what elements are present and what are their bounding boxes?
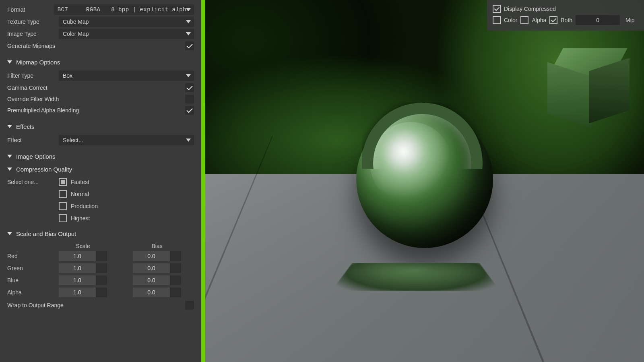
section-title: Compression Quality [16,166,72,173]
bias-slider[interactable] [170,275,181,285]
quality-radio-normal[interactable]: Normal [59,189,98,199]
image-type-label: Image Type [7,31,59,37]
scale-slider[interactable] [96,288,107,297]
scale-slider[interactable] [96,263,107,273]
chevron-down-icon [7,125,12,128]
generate-mipmaps-checkbox[interactable] [185,41,194,50]
radio-label: Highest [71,215,90,221]
format-value: BC7 RGBA 8 bpp | explicit alpha [58,6,190,13]
quality-radio-highest[interactable]: Highest [59,213,98,223]
chevron-down-icon [7,155,12,158]
channel-row-red: Red1.00.0 [7,250,194,262]
radio-label: Fastest [71,179,89,185]
radio-box [59,178,67,186]
image-type-value: Color Map [63,31,89,37]
scale-bias-header[interactable]: Scale and Bias Output [7,229,194,238]
chevron-down-icon [186,32,191,35]
preview-viewport[interactable]: Display Compressed Color Alpha Both 0 Mi… [205,0,644,362]
channel-label: Alpha [7,289,59,296]
scale-input[interactable]: 1.0 [59,263,96,273]
splitter-handle[interactable] [201,0,205,362]
radio-box [59,190,67,198]
both-checkbox[interactable] [549,16,557,24]
mip-label: Mip [625,17,635,23]
channel-row-alpha: Alpha1.00.0 [7,287,194,298]
section-title: Image Options [16,153,56,160]
filter-type-label: Filter Type [7,72,59,79]
scene [205,0,644,362]
display-compressed-checkbox[interactable] [493,5,501,13]
color-label: Color [504,17,517,23]
color-checkbox[interactable] [493,16,501,24]
alpha-label: Alpha [532,17,546,23]
quality-radio-production[interactable]: Production [59,201,98,211]
bias-slider[interactable] [170,263,181,273]
bias-slider[interactable] [170,251,181,261]
radio-box [59,202,67,210]
format-label: Format [7,6,54,13]
override-filter-width-checkbox[interactable] [185,95,194,103]
premultiplied-alpha-label: Premultiplied Alpha Blending [7,107,185,114]
channel-label: Green [7,265,59,271]
radio-label: Production [71,203,98,209]
section-title: Effects [16,123,35,130]
effect-label: Effect [7,137,59,143]
scale-slider[interactable] [96,275,107,285]
both-label: Both [561,17,572,23]
compression-quality-header[interactable]: Compression Quality [7,164,194,174]
wrap-output-label: Wrap to Output Range [7,302,185,308]
mipmap-options-header[interactable]: Mipmap Options [7,57,194,67]
mip-input[interactable]: 0 [576,15,620,25]
scale-input[interactable]: 1.0 [59,288,96,297]
section-title: Mipmap Options [16,59,60,66]
effect-value: Select... [63,137,83,143]
scale-slider[interactable] [96,251,107,261]
properties-panel: Format BC7 RGBA 8 bpp | explicit alpha T… [0,0,201,362]
chevron-down-icon [186,8,191,11]
scale-input[interactable]: 1.0 [59,275,96,285]
bias-input[interactable]: 0.0 [133,275,170,285]
scale-input[interactable]: 1.0 [59,251,96,261]
texture-type-value: Cube Map [63,19,89,25]
chevron-down-icon [186,139,191,142]
filter-type-value: Box [63,72,72,79]
filter-type-dropdown[interactable]: Box [59,70,194,81]
wrap-output-checkbox[interactable] [185,301,194,310]
alpha-checkbox[interactable] [520,16,528,24]
radio-box [59,214,67,222]
premultiplied-alpha-checkbox[interactable] [185,106,194,115]
bias-slider[interactable] [170,288,181,297]
section-title: Scale and Bias Output [16,230,76,237]
chevron-down-icon [7,232,12,235]
display-compressed-label: Display Compressed [504,6,556,12]
gamma-correct-checkbox[interactable] [185,83,194,92]
effect-dropdown[interactable]: Select... [59,135,194,145]
bias-input[interactable]: 0.0 [133,263,170,273]
preview-cube [547,48,628,121]
channel-row-green: Green1.00.0 [7,263,194,274]
scale-header: Scale [59,243,107,249]
gamma-correct-label: Gamma Correct [7,85,185,91]
chevron-down-icon [186,20,191,23]
quality-radio-fastest[interactable]: Fastest [59,177,98,187]
format-dropdown[interactable]: BC7 RGBA 8 bpp | explicit alpha [54,4,194,15]
image-type-dropdown[interactable]: Color Map [59,29,194,39]
viewport-overlay: Display Compressed Color Alpha Both 0 Mi… [487,0,644,31]
texture-type-dropdown[interactable]: Cube Map [59,17,194,27]
generate-mipmaps-label: Generate Mipmaps [7,43,185,49]
effects-header[interactable]: Effects [7,122,194,131]
select-one-label: Select one... [7,177,59,185]
bias-input[interactable]: 0.0 [133,251,170,261]
bias-header: Bias [133,243,181,249]
chevron-down-icon [186,74,191,77]
chevron-down-icon [7,60,12,64]
channel-label: Blue [7,277,59,283]
override-filter-width-label: Override Filter Width [7,96,185,102]
chevron-down-icon [7,168,12,171]
bias-input[interactable]: 0.0 [133,288,170,297]
radio-label: Normal [71,191,89,197]
channel-label: Red [7,253,59,259]
texture-type-label: Texture Type [7,19,59,25]
image-options-header[interactable]: Image Options [7,151,194,161]
channel-row-blue: Blue1.00.0 [7,275,194,286]
